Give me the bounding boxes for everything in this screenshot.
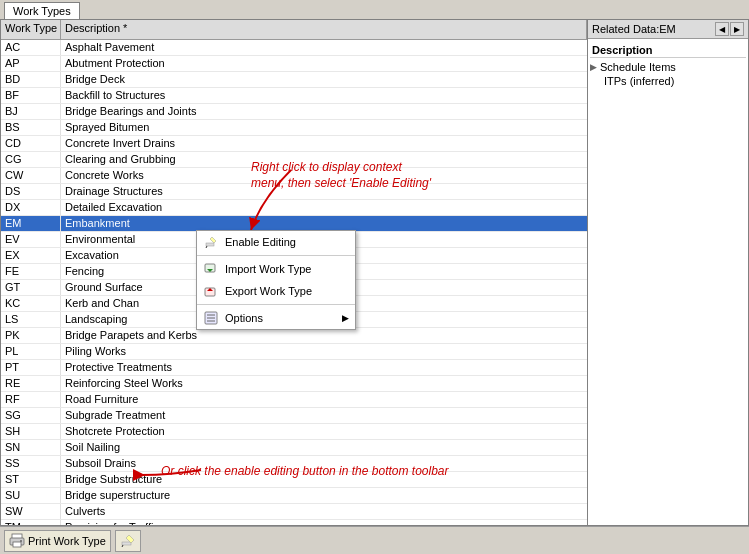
description-cell: Soil Nailing	[61, 440, 587, 455]
description-cell: Bridge Substructure	[61, 472, 587, 487]
description-cell: Abutment Protection	[61, 56, 587, 71]
tree-item-schedule[interactable]: ▶ Schedule Items	[590, 60, 746, 74]
tree-item-itps-label: ITPs (inferred)	[604, 75, 674, 87]
table-row[interactable]: SSSubsoil Drains	[1, 456, 587, 472]
table-row[interactable]: PTProtective Treatments	[1, 360, 587, 376]
work-type-cell: KC	[1, 296, 61, 311]
enable-editing-toolbar-btn[interactable]	[115, 530, 141, 552]
toolbar-pencil-icon	[120, 533, 136, 549]
tab-bar: Work Types	[0, 0, 749, 19]
print-icon	[9, 533, 25, 549]
work-type-cell: CG	[1, 152, 61, 167]
description-cell: Clearing and Grubbing	[61, 152, 587, 167]
work-type-cell: GT	[1, 280, 61, 295]
pencil-icon	[203, 234, 219, 250]
work-type-cell: CD	[1, 136, 61, 151]
work-type-cell: BD	[1, 72, 61, 87]
work-type-col-header[interactable]: Work Type * ▲	[1, 20, 61, 39]
table-row[interactable]: SWCulverts	[1, 504, 587, 520]
description-cell: Bridge Bearings and Joints	[61, 104, 587, 119]
table-row[interactable]: BFBackfill to Structures	[1, 88, 587, 104]
tree-item-itps[interactable]: ITPs (inferred)	[590, 74, 746, 88]
work-type-cell: SG	[1, 408, 61, 423]
work-type-cell: DS	[1, 184, 61, 199]
description-cell: Reinforcing Steel Works	[61, 376, 587, 391]
import-icon	[203, 261, 219, 277]
export-label: Export Work Type	[225, 285, 312, 297]
table-row[interactable]: BSSprayed Bitumen	[1, 120, 587, 136]
description-cell: Asphalt Pavement	[61, 40, 587, 55]
work-type-cell: SN	[1, 440, 61, 455]
table-row[interactable]: BJBridge Bearings and Joints	[1, 104, 587, 120]
context-menu-enable-editing[interactable]: Enable Editing	[197, 231, 355, 253]
table-row[interactable]: BDBridge Deck	[1, 72, 587, 88]
work-type-cell: TM	[1, 520, 61, 525]
svg-line-2	[206, 246, 207, 248]
svg-rect-15	[13, 542, 21, 547]
work-types-tab[interactable]: Work Types	[4, 2, 80, 19]
work-type-cell: EM	[1, 216, 61, 231]
table-row[interactable]: CWConcrete Works	[1, 168, 587, 184]
description-col-header[interactable]: Description *	[61, 20, 587, 39]
work-type-cell: SS	[1, 456, 61, 471]
table-row[interactable]: DSDrainage Structures	[1, 184, 587, 200]
description-cell: Bridge superstructure	[61, 488, 587, 503]
work-type-cell: CW	[1, 168, 61, 183]
context-menu-options[interactable]: Options ▶	[197, 307, 355, 329]
context-menu-import[interactable]: Import Work Type	[197, 258, 355, 280]
tree-expand-arrow: ▶	[590, 62, 600, 72]
table-row[interactable]: PKBridge Parapets and Kerbs	[1, 328, 587, 344]
work-type-cell: AP	[1, 56, 61, 71]
work-type-cell: RF	[1, 392, 61, 407]
right-panel: Related Data:EM ◀ ▶ Description ▶ Schedu…	[588, 20, 748, 525]
work-type-cell: ST	[1, 472, 61, 487]
table-row[interactable]: ACAsphalt Pavement	[1, 40, 587, 56]
table-row[interactable]: SGSubgrade Treatment	[1, 408, 587, 424]
work-type-cell: BF	[1, 88, 61, 103]
table-row[interactable]: DXDetailed Excavation	[1, 200, 587, 216]
description-cell: Concrete Invert Drains	[61, 136, 587, 151]
work-type-cell: EX	[1, 248, 61, 263]
work-type-cell: EV	[1, 232, 61, 247]
work-type-cell: RE	[1, 376, 61, 391]
svg-rect-17	[122, 542, 131, 545]
description-cell: Road Furniture	[61, 392, 587, 407]
table-row[interactable]: CDConcrete Invert Drains	[1, 136, 587, 152]
work-type-cell: FE	[1, 264, 61, 279]
table-row[interactable]: PLPiling Works	[1, 344, 587, 360]
table-row[interactable]: CGClearing and Grubbing	[1, 152, 587, 168]
description-cell: Provision for Traffic	[61, 520, 587, 525]
description-cell: Backfill to Structures	[61, 88, 587, 103]
work-type-cell: DX	[1, 200, 61, 215]
right-panel-back-btn[interactable]: ◀	[715, 22, 729, 36]
table-row[interactable]: RFRoad Furniture	[1, 392, 587, 408]
description-cell: Protective Treatments	[61, 360, 587, 375]
bottom-toolbar: Print Work Type	[0, 526, 749, 554]
right-panel-forward-btn[interactable]: ▶	[730, 22, 744, 36]
description-cell: Bridge Parapets and Kerbs	[61, 328, 587, 343]
table-row[interactable]: APAbutment Protection	[1, 56, 587, 72]
left-panel: Work Type * ▲ Description * ACAsphalt Pa…	[1, 20, 588, 525]
description-cell: Shotcrete Protection	[61, 424, 587, 439]
svg-point-16	[20, 540, 22, 542]
description-cell: Culverts	[61, 504, 587, 519]
tree-item-schedule-label: Schedule Items	[600, 61, 676, 73]
table-header: Work Type * ▲ Description *	[1, 20, 587, 40]
right-panel-buttons: ◀ ▶	[715, 22, 744, 36]
print-label: Print Work Type	[28, 535, 106, 547]
work-type-cell: SH	[1, 424, 61, 439]
table-row[interactable]: STBridge Substructure	[1, 472, 587, 488]
table-row[interactable]: SHShotcrete Protection	[1, 424, 587, 440]
description-cell: Subgrade Treatment	[61, 408, 587, 423]
main-container: Work Types Work Type * ▲ Description * A…	[0, 0, 749, 554]
right-panel-header: Related Data:EM ◀ ▶	[588, 20, 748, 39]
table-row[interactable]: REReinforcing Steel Works	[1, 376, 587, 392]
import-label: Import Work Type	[225, 263, 311, 275]
table-row[interactable]: TMProvision for Traffic	[1, 520, 587, 525]
table-row[interactable]: SUBridge superstructure	[1, 488, 587, 504]
context-menu-export[interactable]: Export Work Type	[197, 280, 355, 302]
table-row[interactable]: SNSoil Nailing	[1, 440, 587, 456]
right-panel-title: Related Data:EM	[592, 23, 676, 35]
print-work-type-btn[interactable]: Print Work Type	[4, 530, 111, 552]
work-type-cell: BJ	[1, 104, 61, 119]
